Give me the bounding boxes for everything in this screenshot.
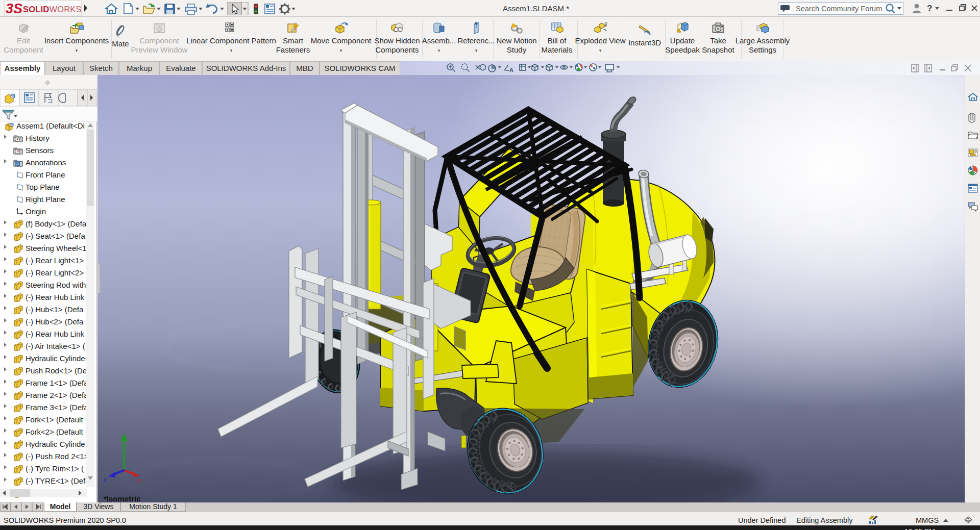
- svg-text:A: A: [16, 161, 19, 166]
- svg-text:?: ?: [927, 4, 932, 13]
- svg-text:SOLIDWORKS: SOLIDWORKS: [23, 4, 81, 13]
- svg-text:z: z: [104, 476, 107, 483]
- svg-text:x: x: [138, 477, 141, 484]
- svg-text:A: A: [509, 67, 513, 73]
- svg-text:3S: 3S: [6, 1, 22, 16]
- svg-text:*Isometric: *Isometric: [104, 494, 141, 502]
